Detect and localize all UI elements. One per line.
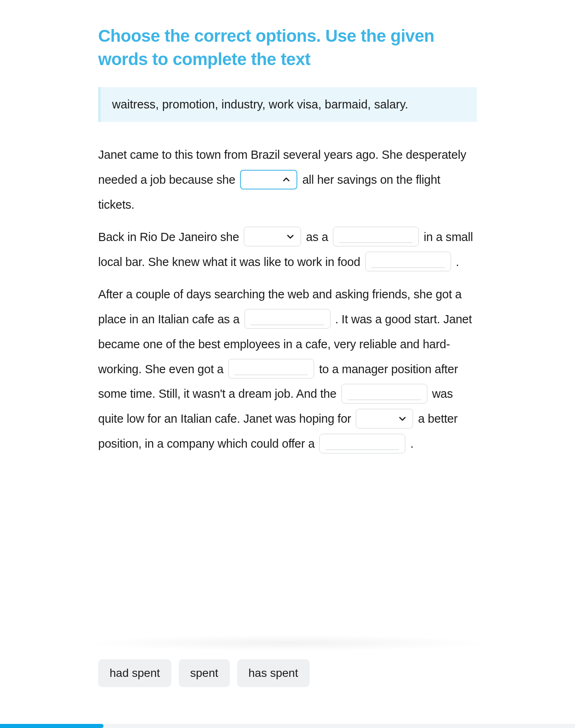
answer-shelf-container: had spent spent has spent <box>0 635 575 712</box>
answer-shelf: had spent spent has spent <box>0 659 575 712</box>
blank-input-3[interactable] <box>333 227 419 246</box>
blank-select-2[interactable] <box>244 227 301 246</box>
passage: Janet came to this town from Brazil seve… <box>98 142 477 456</box>
text: Back in Rio De Janeiro she <box>98 230 242 243</box>
blank-input-4[interactable] <box>365 252 451 271</box>
chevron-down-icon <box>286 232 295 241</box>
option-chip[interactable]: has spent <box>237 659 310 687</box>
blank-select-1[interactable] <box>240 170 297 189</box>
text: . <box>456 255 459 268</box>
blank-input-6[interactable] <box>228 359 314 379</box>
paragraph-2: Back in Rio De Janeiro she as a in a sma… <box>98 225 477 275</box>
option-chip[interactable]: had spent <box>98 659 171 687</box>
chevron-down-icon <box>398 414 407 423</box>
blank-input-9[interactable] <box>319 434 405 453</box>
blank-select-8[interactable] <box>356 409 413 428</box>
option-chip[interactable]: spent <box>179 659 230 687</box>
text: . <box>410 437 413 450</box>
text: as a <box>306 230 331 243</box>
paragraph-1: Janet came to this town from Brazil seve… <box>98 142 477 217</box>
progress-bar <box>0 724 575 728</box>
paragraph-3: After a couple of days searching the web… <box>98 282 477 456</box>
blank-input-7[interactable] <box>341 384 427 403</box>
word-bank: waitress, promotion, industry, work visa… <box>98 87 477 122</box>
shelf-shadow <box>82 635 493 651</box>
exercise-page: Choose the correct options. Use the give… <box>0 0 575 456</box>
page-title: Choose the correct options. Use the give… <box>98 25 477 71</box>
chevron-up-icon <box>282 175 291 184</box>
blank-input-5[interactable] <box>245 309 330 329</box>
progress-fill <box>0 724 103 728</box>
